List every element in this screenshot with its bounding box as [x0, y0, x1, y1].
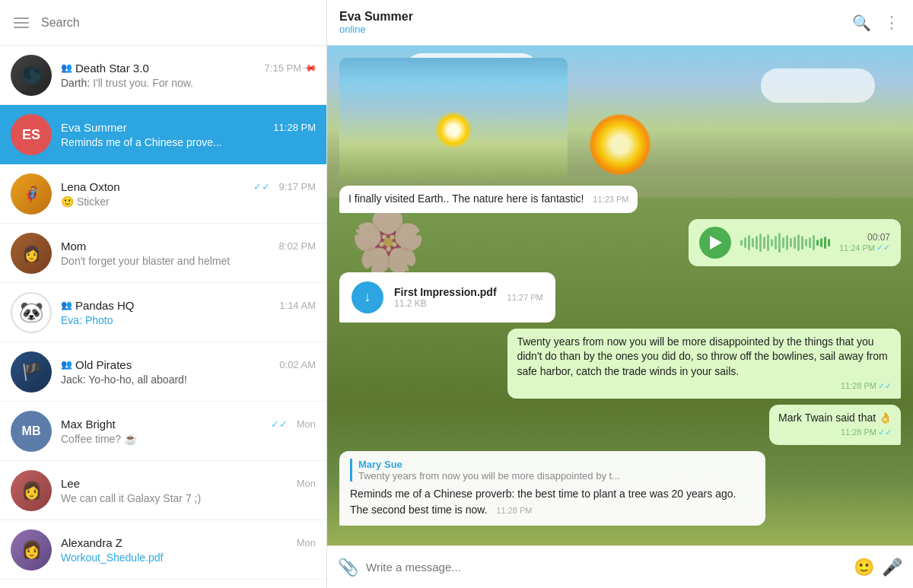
- chat-time-alexandra-z: Mon: [297, 537, 316, 548]
- emoji-icon[interactable]: 🙂: [854, 558, 874, 577]
- chat-preview-lee: We can call it Galaxy Star 7 ;): [61, 492, 316, 504]
- avatar-lee: 👩: [11, 470, 52, 511]
- pin-icon: 📌: [302, 60, 318, 76]
- photo-sun: [434, 111, 472, 149]
- text3-check: ✓✓: [878, 427, 892, 438]
- msg-row-text2: Twenty years from now you will be more d…: [339, 329, 901, 399]
- sidebar: 🌑 👥 Death Star 3.0 7:15 PM 📌 Darth: I'll…: [0, 0, 327, 588]
- messages-container: I finally visited Earth.. The nature her…: [339, 58, 901, 532]
- chat-name-alexandra-z: Alexandra Z: [61, 536, 122, 549]
- chat-item-max-bright[interactable]: MB Max Bright ✓✓ Mon Coffee time? ☕: [0, 402, 326, 461]
- quote-text: Twenty years from now you will be more d…: [358, 470, 755, 482]
- text2-check: ✓✓: [878, 380, 892, 392]
- chat-preview-lena-oxton: 🙂 Sticker: [61, 195, 316, 208]
- chat-time-mom: 8:02 PM: [279, 240, 316, 252]
- msg-bubble-text1: I finally visited Earth.. The nature her…: [339, 186, 638, 213]
- file-size: 11.2 KB: [394, 298, 497, 309]
- download-icon: ↓: [364, 289, 371, 305]
- chat-item-death-star[interactable]: 🌑 👥 Death Star 3.0 7:15 PM 📌 Darth: I'll…: [0, 46, 326, 105]
- avatar-old-pirates: 🏴: [11, 351, 52, 393]
- text2-time: 11:28 PM: [841, 380, 876, 392]
- messages-area: 🌸 I finally visited Earth.. The nature h…: [327, 46, 913, 545]
- mic-icon[interactable]: 🎤: [882, 558, 902, 577]
- quote-sender: Mary Sue: [358, 459, 755, 470]
- chat-name-death-star: 👥 Death Star 3.0: [61, 62, 149, 75]
- chat-time-lee: Mon: [297, 478, 316, 489]
- chat-time-old-pirates: 0:02 AM: [279, 359, 316, 370]
- chat-name-pandas-hq: 👥 Pandas HQ: [61, 299, 135, 312]
- input-bar: 📎 🙂 🎤: [327, 545, 913, 588]
- avatar-death-star: 🌑: [11, 55, 52, 96]
- download-button[interactable]: ↓: [352, 281, 383, 313]
- msg-row-text1: I finally visited Earth.. The nature her…: [339, 186, 901, 213]
- chat-time-lena-oxton: 9:17 PM: [279, 181, 316, 192]
- avatar-mom: 👩: [11, 233, 52, 274]
- msg-bubble-text2: Twenty years from now you will be more d…: [507, 329, 901, 399]
- chat-preview-mom: Don't forget your blaster and helmet: [61, 255, 316, 267]
- voice-duration: 00:07: [867, 232, 890, 243]
- quote-bar: Mary Sue Twenty years from now you will …: [350, 459, 755, 482]
- search-input[interactable]: [41, 16, 317, 30]
- avatar-lena-oxton: 🦸: [11, 173, 52, 215]
- msg-bubble-quote: Mary Sue Twenty years from now you will …: [339, 451, 765, 526]
- chat-time-eva-summer: 11:28 PM: [273, 122, 316, 133]
- msg-bubble-text3: Mark Twain said that 👌 11:28 PM ✓✓: [769, 405, 901, 445]
- msg-row-text3: Mark Twain said that 👌 11:28 PM ✓✓: [339, 405, 901, 445]
- chat-header-status: online: [339, 24, 852, 35]
- avatar-alexandra-z: 👩: [11, 529, 52, 571]
- chat-name-max-bright: Max Bright: [61, 418, 116, 431]
- avatar-max-bright: MB: [11, 411, 52, 452]
- attach-icon[interactable]: 📎: [338, 558, 358, 577]
- group-icon-pirates: 👥: [61, 359, 72, 370]
- chat-preview-eva-summer: Reminds me of a Chinese prove...: [61, 136, 316, 148]
- chat-name-old-pirates: 👥 Old Pirates: [61, 358, 132, 371]
- quote-main-text: Reminds me of a Chinese proverb: the bes…: [350, 486, 755, 518]
- chat-panel: Eva Summer online 🔍 ⋮ 🌸: [327, 0, 913, 588]
- play-icon: [710, 236, 722, 250]
- chat-name-mom: Mom: [61, 240, 86, 253]
- avatar-eva-summer: ES: [11, 114, 52, 155]
- file-time: 11:27 PM: [507, 293, 543, 302]
- chat-item-old-pirates[interactable]: 🏴 👥 Old Pirates 0:02 AM Jack: Yo-ho-ho, …: [0, 342, 326, 402]
- message-input[interactable]: [366, 561, 846, 574]
- chat-item-alexandra-z[interactable]: 👩 Alexandra Z Mon Workout_Shedule.pdf: [0, 520, 326, 580]
- chat-item-lee[interactable]: 👩 Lee Mon We can call it Galaxy Star 7 ;…: [0, 461, 326, 520]
- double-check-max: ✓✓: [271, 418, 288, 430]
- chat-list: 🌑 👥 Death Star 3.0 7:15 PM 📌 Darth: I'll…: [0, 46, 326, 588]
- chat-item-eva-summer[interactable]: ES Eva Summer 11:28 PM Reminds me of a C…: [0, 105, 326, 164]
- group-icon-pandas: 👥: [61, 300, 72, 310]
- hamburger-menu[interactable]: [9, 13, 33, 33]
- voice-time: 11:24 PM: [839, 243, 875, 253]
- chat-item-pandas-hq[interactable]: 🐼 👥 Pandas HQ 1:14 AM Eva: Photo: [0, 283, 326, 342]
- chat-preview-max-bright: Coffee time? ☕: [61, 433, 316, 445]
- file-name: First Impression.pdf: [394, 286, 497, 298]
- msg-bubble-file: ↓ First Impression.pdf 11.2 KB 11:27 PM: [339, 272, 555, 323]
- text3-time: 11:28 PM: [841, 427, 876, 438]
- chat-item-mom[interactable]: 👩 Mom 8:02 PM Don't forget your blaster …: [0, 224, 326, 283]
- chat-header: Eva Summer online 🔍 ⋮: [327, 0, 913, 46]
- chat-preview-alexandra-z: Workout_Shedule.pdf: [61, 551, 316, 564]
- msg-row-quote: Mary Sue Twenty years from now you will …: [339, 451, 901, 526]
- group-icon-death-star: 👥: [61, 62, 72, 73]
- photo-message: [339, 58, 568, 180]
- play-button[interactable]: [699, 227, 731, 259]
- chat-name-lena-oxton: Lena Oxton: [61, 180, 120, 193]
- voice-waveform: [740, 233, 830, 253]
- chat-preview-old-pirates: Jack: Yo-ho-ho, all aboard!: [61, 373, 316, 386]
- msg-bubble-voice: 00:07 11:24 PM ✓✓: [689, 219, 901, 266]
- chat-name-eva-summer: Eva Summer: [61, 121, 127, 134]
- chat-header-name: Eva Summer: [339, 10, 852, 24]
- voice-check: ✓✓: [876, 243, 890, 253]
- chat-time-max-bright: Mon: [297, 418, 316, 430]
- chat-time-pandas-hq: 1:14 AM: [279, 300, 316, 311]
- chat-name-lee: Lee: [61, 477, 80, 490]
- chat-time-death-star: 7:15 PM: [265, 62, 301, 74]
- more-options-icon[interactable]: ⋮: [883, 13, 901, 33]
- sidebar-header: [0, 0, 326, 46]
- chat-item-lena-oxton[interactable]: 🦸 Lena Oxton ✓✓ 9:17 PM 🙂 Sticker: [0, 164, 326, 224]
- double-check-lena: ✓✓: [253, 181, 270, 192]
- msg-row-voice: 00:07 11:24 PM ✓✓: [339, 219, 901, 266]
- search-icon[interactable]: 🔍: [852, 14, 871, 32]
- chat-preview-death-star: Darth: I'll trust you. For now.: [61, 77, 316, 89]
- avatar-pandas-hq: 🐼: [11, 292, 52, 333]
